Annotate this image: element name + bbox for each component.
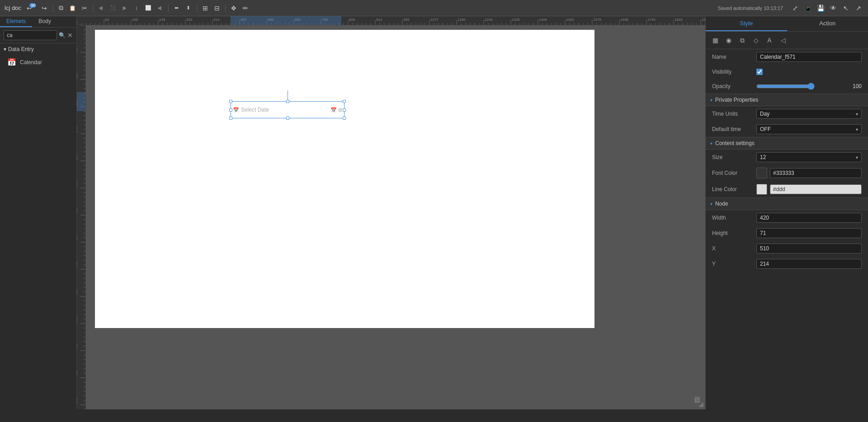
svg-text:1409: 1409 — [539, 18, 547, 22]
align-left-icon[interactable]: ⫷ — [96, 3, 106, 13]
cursor-icon[interactable]: ↖ — [841, 3, 851, 13]
height-label: Height — [712, 230, 753, 236]
handle-mid-left[interactable] — [229, 108, 232, 112]
size-select[interactable]: 81011121416 — [756, 152, 862, 162]
align-center-icon[interactable]: ⬛ — [108, 3, 118, 13]
opacity-value: 100 — [818, 83, 862, 89]
align-right-icon[interactable]: ⫸ — [120, 3, 130, 13]
canvas-resize-handle[interactable]: ◢ — [698, 400, 703, 408]
default-time-select[interactable]: OFF ON — [756, 124, 862, 134]
line-color-swatch[interactable] — [756, 184, 767, 195]
prop-row-font-color: Font Color #333333 — [706, 165, 868, 181]
ruler-left-highlight — [77, 92, 85, 111]
right-panel-icon-row: ▦ ◉ ⧉ ◇ A ◁ — [706, 32, 868, 49]
ruler-top-svg: 8316624933241449758066374682991299510771… — [77, 16, 705, 25]
prop-row-name: Name — [706, 49, 868, 65]
svg-text:912: 912 — [376, 18, 382, 22]
sidebar-item-calendar[interactable]: 📅 Calendar — [0, 55, 76, 67]
handle-bottom-center[interactable] — [286, 117, 289, 120]
rpanel-color-icon[interactable]: ◉ — [723, 34, 735, 46]
copy-icon[interactable]: ⧉ — [56, 3, 66, 13]
rpanel-layers-icon[interactable]: ⧉ — [736, 34, 748, 46]
prop-row-x: X — [706, 241, 868, 256]
handle-top-right[interactable] — [343, 100, 346, 103]
rpanel-layout-icon[interactable]: ▦ — [709, 34, 721, 46]
cut-icon[interactable]: ✂ — [80, 3, 90, 13]
section-header-node[interactable]: ▾ Node — [706, 197, 868, 210]
visibility-checkbox[interactable] — [756, 69, 763, 75]
preview-right-icon[interactable]: 👁 — [828, 3, 838, 13]
prop-row-width: Width — [706, 210, 868, 225]
divider-1 — [52, 4, 53, 12]
search-input[interactable]: ca — [4, 30, 57, 40]
ungroup-icon[interactable]: ⊟ — [212, 3, 222, 13]
align-top-icon[interactable]: ⫶ — [132, 3, 142, 13]
rpanel-text-icon[interactable]: A — [764, 34, 775, 46]
calendar-label: Calendar — [20, 59, 42, 66]
svg-text:1823: 1823 — [675, 18, 683, 22]
clear-search-icon[interactable]: ✕ — [67, 32, 73, 39]
rpanel-shape-icon[interactable]: ◁ — [777, 34, 789, 46]
svg-text:480: 480 — [77, 235, 78, 241]
svg-text:240: 240 — [77, 127, 78, 133]
svg-text:166: 166 — [132, 18, 138, 22]
line-color-picker-wrap: #ddd — [756, 184, 862, 195]
font-color-swatch[interactable] — [756, 168, 767, 178]
svg-text:1326: 1326 — [512, 18, 520, 22]
distribute-v-icon[interactable]: ⬍ — [184, 3, 193, 13]
section-header-data-entry[interactable]: ▾ Data Entry — [4, 46, 73, 52]
resize-right-icon[interactable]: ⤢ — [790, 3, 800, 13]
svg-text:1077: 1077 — [430, 18, 439, 22]
height-input[interactable] — [756, 228, 862, 238]
search-icon: 🔍 — [59, 32, 66, 38]
width-input[interactable] — [756, 213, 862, 223]
save-right-icon[interactable]: 💾 — [816, 3, 826, 13]
opacity-slider[interactable] — [756, 83, 815, 90]
chevron-down-icon: ▾ — [4, 46, 6, 52]
svg-rect-164 — [77, 25, 86, 409]
distribute-h-icon[interactable]: ⬌ — [172, 3, 182, 13]
section-header-private[interactable]: ▾ Private Properties — [706, 94, 868, 106]
section-title-content: Content settings — [715, 140, 755, 146]
canvas-body: 6012018024030036042048054060066072078084… — [77, 25, 705, 409]
prop-row-default-time: Default time OFF ON — [706, 122, 868, 137]
canvas[interactable]: 📅 Select Date 📅 ⊞ — [86, 25, 705, 409]
device-preview-icon[interactable]: 📱 — [803, 3, 813, 13]
chevron-content-icon: ▾ — [710, 141, 712, 146]
calendar-widget[interactable]: 📅 Select Date 📅 ⊞ — [231, 101, 344, 118]
rpanel-border-icon[interactable]: ◇ — [750, 34, 762, 46]
prop-row-opacity: Opacity 100 — [706, 79, 868, 94]
paste-icon[interactable]: 📋 — [68, 3, 78, 13]
redo-icon[interactable]: ↪ — [39, 3, 49, 13]
align-middle-icon[interactable]: ⬜ — [143, 3, 153, 13]
svg-text:1160: 1160 — [458, 18, 466, 22]
handle-bottom-left[interactable] — [229, 117, 232, 120]
svg-text:1740: 1740 — [647, 18, 656, 22]
right-panel: Style Action ▦ ◉ ⧉ ◇ A ◁ Name Visibility… — [705, 16, 868, 409]
svg-text:1575: 1575 — [593, 18, 601, 22]
tab-body[interactable]: Body — [32, 16, 57, 27]
pen-icon[interactable]: ✏ — [241, 3, 250, 13]
undo-icon[interactable]: ↩90 — [28, 3, 38, 13]
y-input[interactable] — [756, 259, 862, 269]
line-color-value: #ddd — [770, 184, 862, 194]
tab-action[interactable]: Action — [787, 16, 868, 31]
x-input[interactable] — [756, 244, 862, 253]
name-input[interactable] — [756, 52, 862, 62]
svg-text:60: 60 — [77, 47, 78, 52]
prop-row-visibility: Visibility — [706, 65, 868, 79]
align-bottom-icon[interactable]: ⫷ — [155, 3, 165, 13]
handle-top-left[interactable] — [229, 100, 232, 103]
move-icon[interactable]: ✥ — [229, 3, 239, 13]
handle-bottom-right[interactable] — [343, 117, 346, 120]
time-units-select[interactable]: Day Week Month — [756, 109, 862, 119]
handle-mid-right[interactable] — [343, 108, 346, 112]
svg-text:1906: 1906 — [702, 18, 705, 22]
section-header-content[interactable]: ▾ Content settings — [706, 137, 868, 150]
handle-top-center[interactable] — [286, 100, 289, 103]
share-right-icon[interactable]: ↗ — [854, 3, 863, 13]
svg-text:332: 332 — [186, 18, 193, 22]
group-icon[interactable]: ⊞ — [200, 3, 210, 13]
tab-elements[interactable]: Elemets — [0, 16, 32, 27]
tab-style[interactable]: Style — [706, 16, 787, 31]
